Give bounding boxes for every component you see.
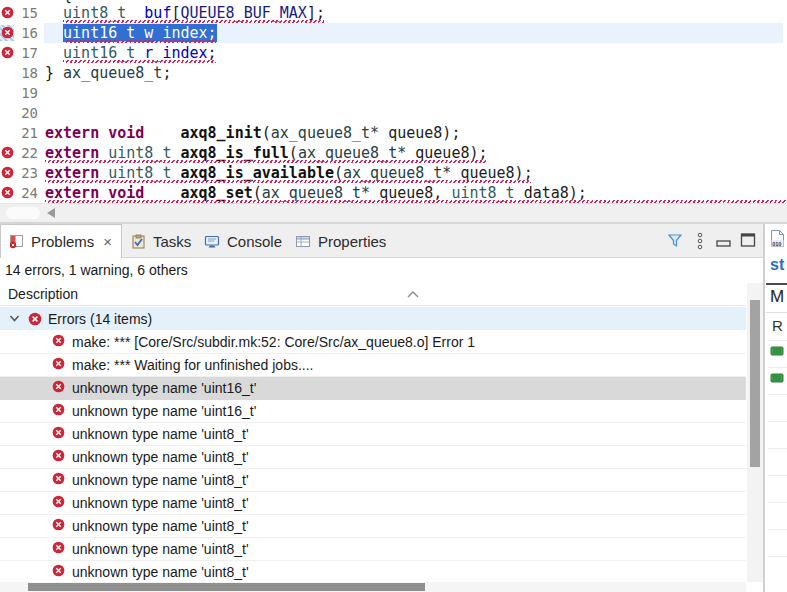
error-icon bbox=[52, 564, 65, 580]
error-icon bbox=[52, 357, 65, 373]
code-text[interactable]: extern void axq8_init(ax_queue8_t* queue… bbox=[45, 123, 460, 143]
memory-region-icon bbox=[770, 371, 784, 385]
view-tab-bar: Problems × Tasks Console bbox=[0, 224, 763, 258]
row-divider bbox=[768, 529, 787, 530]
code-line-18[interactable]: 18} ax_queue8_t; bbox=[0, 63, 787, 83]
code-segment: ; bbox=[162, 64, 171, 82]
line-number: 20 bbox=[0, 103, 38, 123]
row-divider bbox=[768, 556, 787, 557]
error-icon bbox=[52, 518, 65, 534]
scrollbar-thumb[interactable] bbox=[750, 300, 760, 467]
problems-view-panel: Problems × Tasks Console bbox=[0, 224, 787, 592]
problem-text: unknown type name 'uint16_t' bbox=[72, 380, 256, 396]
scrollbar-thumb[interactable] bbox=[28, 583, 425, 591]
error-icon bbox=[52, 541, 65, 557]
code-text[interactable]: } ax_queue8_t; bbox=[45, 63, 171, 83]
ide-window: { 15 uint8_t buf[QUEUE8_BUF_MAX];16 uint… bbox=[0, 0, 787, 592]
problem-row[interactable]: unknown type name 'uint16_t' bbox=[0, 377, 746, 400]
problem-row[interactable]: unknown type name 'uint8_t' bbox=[0, 446, 746, 469]
problem-row[interactable]: unknown type name 'uint8_t' bbox=[0, 423, 746, 446]
tab-label: Tasks bbox=[153, 233, 191, 250]
error-marker-icon[interactable] bbox=[0, 45, 14, 61]
code-segment: axq8_init bbox=[180, 124, 261, 142]
chevron-down-icon[interactable] bbox=[8, 312, 21, 325]
problem-row[interactable]: unknown type name 'uint8_t' bbox=[0, 515, 746, 538]
editor-horizontal-scrollbar[interactable] bbox=[0, 203, 787, 222]
tab-properties[interactable]: Properties bbox=[295, 224, 386, 258]
errors-group-row[interactable]: Errors (14 items) bbox=[0, 307, 746, 330]
problem-text: unknown type name 'uint16_t' bbox=[72, 403, 256, 419]
memory-region-icon bbox=[770, 344, 784, 358]
row-divider bbox=[768, 340, 787, 341]
tab-close-icon[interactable]: × bbox=[103, 233, 112, 250]
problems-horizontal-scrollbar[interactable] bbox=[0, 582, 746, 592]
row-divider bbox=[768, 448, 787, 449]
group-label: Errors (14 items) bbox=[48, 311, 152, 327]
code-line-24[interactable]: 24extern void axq8_set(ax_queue8_t* queu… bbox=[0, 183, 787, 203]
view-menu-icon[interactable] bbox=[695, 232, 713, 250]
row-divider bbox=[768, 475, 787, 476]
properties-icon bbox=[295, 234, 311, 249]
problem-row[interactable]: make: *** Waiting for unfinished jobs...… bbox=[0, 354, 746, 377]
problem-row[interactable]: unknown type name 'uint8_t' bbox=[0, 492, 746, 515]
maximize-icon[interactable] bbox=[740, 232, 758, 250]
svg-text:010: 010 bbox=[772, 241, 781, 247]
error-icon bbox=[28, 312, 42, 326]
tab-tasks[interactable]: Tasks bbox=[131, 224, 191, 258]
right-view-title-fragment: st bbox=[770, 256, 784, 274]
code-segment: } bbox=[45, 64, 63, 82]
code-line-20[interactable]: 20 bbox=[0, 103, 787, 123]
problem-row[interactable]: unknown type name 'uint8_t' bbox=[0, 561, 746, 584]
problems-icon bbox=[9, 234, 24, 249]
tab-problems[interactable]: Problems × bbox=[0, 224, 122, 258]
right-view-sliver: 010 st M R bbox=[766, 224, 787, 592]
column-header-label: Description bbox=[8, 286, 78, 302]
code-line-21[interactable]: 21extern void axq8_init(ax_queue8_t* que… bbox=[0, 123, 787, 143]
error-icon bbox=[52, 403, 65, 419]
code-line-22[interactable]: 22extern uint8_t axq8_is_full(ax_queue8_… bbox=[0, 143, 787, 163]
tab-console[interactable]: Console bbox=[204, 224, 282, 258]
panel-divider[interactable] bbox=[763, 224, 765, 592]
scrollbar-thumb[interactable] bbox=[6, 207, 40, 219]
scroll-left-arrow-icon[interactable] bbox=[47, 208, 55, 218]
problem-row[interactable]: unknown type name 'uint8_t' bbox=[0, 538, 746, 561]
tab-label: Properties bbox=[318, 233, 386, 250]
build-analyzer-icon[interactable]: 010 bbox=[770, 229, 785, 252]
problems-summary: 14 errors, 1 warning, 6 others bbox=[0, 259, 188, 282]
problem-text: unknown type name 'uint8_t' bbox=[72, 564, 249, 580]
minimize-icon[interactable] bbox=[716, 235, 734, 253]
problem-text: make: *** [Core/Src/subdir.mk:52: Core/S… bbox=[72, 334, 475, 350]
problems-list: make: *** [Core/Src/subdir.mk:52: Core/S… bbox=[0, 331, 746, 584]
error-marker-icon[interactable] bbox=[0, 165, 14, 181]
code-line-19[interactable]: 19 bbox=[0, 83, 787, 103]
code-segment: queue8); bbox=[379, 124, 460, 142]
problem-text: unknown type name 'uint8_t' bbox=[72, 426, 249, 442]
problem-row[interactable]: unknown type name 'uint8_t' bbox=[0, 469, 746, 492]
code-segment: ax_queue8_t bbox=[63, 64, 162, 82]
problem-text: unknown type name 'uint8_t' bbox=[72, 449, 249, 465]
problem-row[interactable]: make: *** [Core/Src/subdir.mk:52: Core/S… bbox=[0, 331, 746, 354]
column-header-description[interactable]: Description bbox=[0, 282, 746, 306]
problem-text: unknown type name 'uint8_t' bbox=[72, 541, 249, 557]
code-line-15[interactable]: 15 uint8_t buf[QUEUE8_BUF_MAX]; bbox=[0, 3, 787, 23]
right-view-column-fragment: R bbox=[772, 317, 783, 334]
error-icon bbox=[52, 472, 65, 488]
code-segment: extern void bbox=[45, 124, 144, 142]
problems-vertical-scrollbar[interactable] bbox=[747, 283, 763, 582]
error-icon bbox=[52, 495, 65, 511]
filter-icon[interactable] bbox=[666, 232, 684, 250]
problem-text: unknown type name 'uint8_t' bbox=[72, 495, 249, 511]
error-marker-icon[interactable] bbox=[0, 145, 14, 161]
tasks-icon bbox=[131, 234, 146, 249]
problem-row[interactable]: unknown type name 'uint16_t' bbox=[0, 400, 746, 423]
error-marker-icon[interactable] bbox=[0, 185, 14, 201]
code-line-17[interactable]: 17 uint16_t r_index; bbox=[0, 43, 787, 63]
code-line-23[interactable]: 23extern uint8_t axq8_is_available(ax_qu… bbox=[0, 163, 787, 183]
row-divider bbox=[768, 367, 787, 368]
code-line-16[interactable]: 16 uint16_t w_index; bbox=[0, 23, 787, 43]
error-marker-icon[interactable] bbox=[0, 5, 14, 21]
code-editor[interactable]: { 15 uint8_t buf[QUEUE8_BUF_MAX];16 uint… bbox=[0, 0, 787, 203]
problem-text: unknown type name 'uint8_t' bbox=[72, 518, 249, 534]
tab-label: Problems bbox=[31, 233, 94, 250]
error-marker-icon[interactable] bbox=[0, 25, 14, 41]
